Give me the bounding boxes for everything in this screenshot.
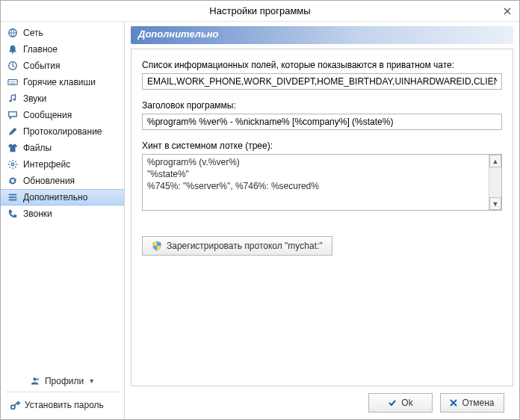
note-icon [7,93,19,105]
scroll-down-button[interactable]: ▼ [489,197,501,210]
main-panel: Дополнительно Список информационных поле… [125,22,519,419]
set-password-button[interactable]: Установить пароль [5,397,120,413]
program-title-input[interactable] [142,114,502,130]
sidebar-item-label: Горячие клавиши [23,77,96,87]
window-title: Настройки программы [209,5,310,16]
sidebar: СетьГлавноеСобытияГорячие клавишиЗвукиСо… [1,22,125,419]
svg-rect-9 [9,200,17,201]
tray-hint-input[interactable]: %program% (v.%ver%) "%state%" %745%: "%s… [143,155,489,210]
sidebar-item-label: Звуки [23,93,46,104]
ok-label: Ok [401,398,412,408]
sidebar-item-network[interactable]: Сеть [1,25,124,41]
pencil-icon [7,126,19,138]
sidebar-item-label: Протоколирование [23,126,102,137]
phone-icon [7,208,19,220]
svg-rect-7 [9,194,17,196]
svg-point-4 [9,100,12,102]
sidebar-item-label: Файлы [23,143,52,153]
key-icon [10,400,20,410]
profiles-icon [30,376,40,386]
svg-point-10 [37,377,40,380]
body: СетьГлавноеСобытияГорячие клавишиЗвукиСо… [1,22,519,419]
sidebar-item-files[interactable]: Файлы [1,140,124,156]
scrollbar[interactable]: ▲ ▼ [489,155,501,210]
sidebar-item-label: Обновления [23,176,75,186]
ok-button[interactable]: Ok [368,393,433,413]
sidebar-item-hotkeys[interactable]: Горячие клавиши [1,74,124,90]
info-fields-label: Список информационных полей, которые пок… [142,60,502,70]
svg-point-5 [13,99,16,101]
cancel-icon [450,399,457,407]
keyboard-icon [7,76,19,88]
close-icon [504,7,511,15]
profiles-button[interactable]: Профили ▼ [5,374,120,392]
check-icon [388,398,397,407]
sidebar-item-label: Интерфейс [23,159,70,170]
nav-list: СетьГлавноеСобытияГорячие клавишиЗвукиСо… [1,22,124,368]
sidebar-item-advanced[interactable]: Дополнительно [1,189,124,206]
gear-icon [7,158,19,170]
tray-hint-label: Хинт в системном лотке (трее): [142,140,502,151]
sidebar-item-updates[interactable]: Обновления [1,173,124,189]
cancel-label: Отмена [462,398,494,408]
sidebar-item-label: Звонки [23,209,52,219]
register-protocol-button[interactable]: Зарегистрировать протокол "mychat:" [142,236,332,256]
titlebar: Настройки программы [1,1,519,22]
settings-window: Настройки программы СетьГлавноеСобытияГо… [0,0,520,420]
program-title-group: Заголовок программы: [142,100,502,130]
program-title-label: Заголовок программы: [142,100,502,111]
content-box: Список информационных полей, которые пок… [131,49,513,386]
sidebar-item-calls[interactable]: Звонки [1,206,124,222]
sidebar-item-label: События [23,61,61,71]
sidebar-item-label: Сообщения [23,110,72,120]
svg-point-1 [12,52,13,53]
sidebar-item-label: Главное [23,44,58,55]
sidebar-item-events[interactable]: События [1,58,124,74]
cancel-button[interactable]: Отмена [440,393,504,413]
profiles-label: Профили [45,376,84,386]
bars-icon [7,191,19,203]
shield-icon [152,241,162,251]
tray-hint-group: Хинт в системном лотке (трее): %program%… [142,140,502,211]
sidebar-item-label: Сеть [23,28,43,38]
info-fields-input[interactable] [142,73,502,90]
sidebar-item-interface[interactable]: Интерфейс [1,156,124,173]
bell-icon [7,43,19,55]
clock-icon [7,60,19,72]
tray-hint-wrap: %program% (v.%ver%) "%state%" %745%: "%s… [142,154,502,211]
shirt-icon [7,142,19,154]
footer: Ok Отмена [131,386,513,419]
globe-icon [7,27,19,39]
register-protocol-label: Зарегистрировать протокол "mychat:" [167,241,323,251]
bubble-icon [7,109,19,121]
refresh-icon [7,175,19,187]
scroll-up-button[interactable]: ▲ [489,155,501,167]
chevron-down-icon: ▼ [88,377,95,385]
section-header: Дополнительно [131,26,513,44]
sidebar-item-sounds[interactable]: Звуки [1,90,124,107]
sidebar-bottom: Профили ▼ Установить пароль [1,368,124,419]
sidebar-item-logging[interactable]: Протоколирование [1,123,124,140]
sidebar-item-main[interactable]: Главное [1,41,124,58]
set-password-label: Установить пароль [25,400,104,410]
info-fields-group: Список информационных полей, которые пок… [142,60,502,90]
svg-point-6 [11,163,14,166]
close-button[interactable] [500,4,515,19]
svg-rect-3 [8,80,17,85]
svg-rect-8 [9,197,17,198]
sidebar-item-messages[interactable]: Сообщения [1,107,124,123]
sidebar-item-label: Дополнительно [23,192,87,203]
